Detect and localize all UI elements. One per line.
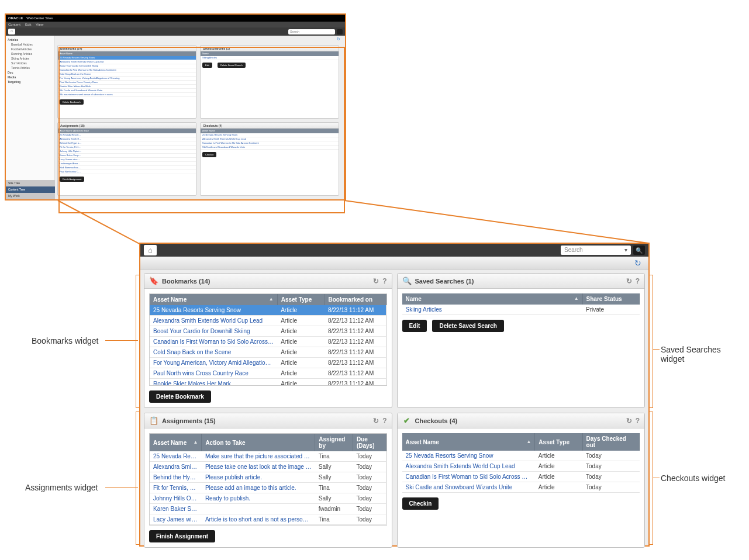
table-row[interactable]: Rookie Skier Makes Her MarkArticle8/22/1…	[150, 379, 386, 386]
search-input[interactable]: Search▾	[561, 246, 631, 255]
table-row[interactable]: Cold Snap Back on the SceneArticle8/22/1…	[150, 347, 386, 358]
tree-item[interactable]: Running Articles	[8, 51, 53, 56]
mini-row[interactable]: Paul North wins C…	[58, 170, 196, 174]
edit-button[interactable]: Edit	[402, 320, 427, 332]
mini-checkin[interactable]: Checkin	[202, 152, 216, 157]
col-days-checked[interactable]: Days Checked out	[582, 433, 639, 451]
cell[interactable]: 25 Nevada Resorts Serving Snow	[402, 451, 535, 461]
tree-articles[interactable]: Articles	[8, 37, 53, 42]
cell[interactable]: Ski Castle and Snowboard Wizards Unite	[402, 482, 535, 493]
cell[interactable]: Skiing Articles	[402, 305, 583, 315]
tree-item[interactable]: Surf Articles	[8, 61, 53, 65]
help-icon[interactable]: ?	[382, 417, 386, 425]
chevron-down-icon[interactable]: ▾	[624, 246, 627, 254]
cell[interactable]: 25 Nevada Resorts Serving Snow	[150, 305, 277, 316]
table-row[interactable]: Lindemeyer Anno…Please review and send t…	[150, 525, 386, 526]
col-name[interactable]: Name▲	[402, 293, 583, 305]
mini-edit[interactable]: Edit	[202, 63, 212, 68]
cell[interactable]: Article is too short and is not as perso…	[202, 514, 315, 525]
cell[interactable]: Karen Baker Susp…	[150, 504, 202, 514]
tree-item[interactable]: Football Articles	[8, 47, 53, 51]
mini-row[interactable]: Ski mountaineers seek sense of adventure…	[58, 93, 196, 97]
col-asset-name[interactable]: Asset Name▲	[150, 434, 202, 451]
col-action[interactable]: Action to Take	[202, 434, 315, 451]
mini-row[interactable]: Fit for Tennis, Fit f…	[58, 146, 196, 150]
table-row[interactable]: Fit for Tennis, Fit f…Please add an imag…	[150, 483, 386, 493]
table-row[interactable]: Alexandra Smith Extends World Cup LeadAr…	[402, 461, 640, 472]
refresh-icon[interactable]: ↻	[337, 37, 343, 43]
tree-item[interactable]: Tennis Articles	[8, 65, 53, 70]
delete-saved-search-button[interactable]: Delete Saved Search	[432, 320, 503, 332]
table-row[interactable]: Alexandra Smith Extends World Cup LeadAr…	[150, 316, 386, 326]
thumb-search-input[interactable]: Search	[288, 29, 335, 34]
cell[interactable]: Please add an image to this article.	[202, 483, 315, 493]
mini-row[interactable]: Rookie Skier Makes Her Mark	[58, 85, 196, 89]
col-share-status[interactable]: Share Status	[582, 293, 639, 305]
mini-row[interactable]: 25 Nevada Resorts Serving Snow	[58, 56, 196, 60]
table-row[interactable]: 25 Nevada Resort…Make sure that the pict…	[150, 451, 386, 462]
cell[interactable]: Canadian Is First Woman to Ski Solo Acro…	[402, 472, 535, 482]
cell[interactable]: Behind the Hype o…	[150, 472, 202, 483]
help-icon[interactable]: ?	[636, 417, 640, 425]
menu-view[interactable]: View	[36, 23, 43, 26]
cell[interactable]: Make sure that the picture associated wi…	[202, 451, 315, 462]
mini-row[interactable]: Lacy James wins …	[58, 158, 196, 162]
mini-row[interactable]: Lindemeyer Anno…	[58, 162, 196, 166]
mini-row[interactable]: Johnny Hills Optmi…	[58, 150, 196, 154]
help-icon[interactable]: ?	[382, 277, 386, 285]
mini-row[interactable]: Alexandra Smith Extends World Cup Lead	[58, 60, 196, 64]
table-row[interactable]: Skiing ArticlesPrivate	[402, 305, 640, 315]
mini-row[interactable]: Nick Brennan frac…	[58, 166, 196, 170]
refresh-icon[interactable]: ↻	[373, 417, 379, 425]
menu-content[interactable]: Content	[8, 23, 20, 26]
cell[interactable]: Johnny Hills Optmi…	[150, 493, 202, 504]
cell[interactable]: Boost Your Cardio for Downhill Skiing	[150, 326, 277, 337]
tab-my-work[interactable]: My Work	[6, 193, 55, 199]
mini-row[interactable]: Ski Castle and Snowboard Wizards Unite	[58, 89, 196, 93]
cell[interactable]: Paul North wins Cross Country Race	[150, 368, 277, 379]
cell[interactable]: Fit for Tennis, Fit f…	[150, 483, 202, 493]
checkin-button[interactable]: Checkin	[402, 497, 439, 510]
table-row[interactable]: Canadian Is First Woman to Ski Solo Acro…	[402, 472, 640, 482]
mini-finish[interactable]: Finish Assignment	[60, 177, 84, 182]
cell[interactable]: Alexandra Smith E…	[150, 462, 202, 472]
home-button[interactable]: ⌂	[144, 245, 157, 255]
cell[interactable]: Lindemeyer Anno…	[150, 525, 202, 526]
table-row[interactable]: 25 Nevada Resorts Serving SnowArticleTod…	[402, 451, 640, 461]
mini-row[interactable]: Boost Your Cardio for Downhill Skiing	[58, 64, 196, 68]
mini-row[interactable]: Cold Snap Back on the Scene	[58, 72, 196, 77]
home-icon[interactable]: ⌂	[8, 29, 15, 34]
mini-row[interactable]: 25 Nevada Resort…	[58, 133, 196, 137]
table-row[interactable]: For Young American, Victory Amid Allegat…	[150, 358, 386, 368]
delete-bookmark-button[interactable]: Delete Bookmark	[149, 390, 211, 403]
cell[interactable]	[202, 504, 315, 514]
cell[interactable]: Rookie Skier Makes Her Mark	[150, 379, 277, 386]
mini-row[interactable]: Canadian Is First Woman to Ski Solo Acro…	[58, 68, 196, 72]
table-row[interactable]: Boost Your Cardio for Downhill SkiingArt…	[150, 326, 386, 337]
mini-row[interactable]: Alexandra Smith Extends World Cup Lead	[201, 137, 339, 141]
cell[interactable]: Please review and send to Editor for pub…	[202, 525, 315, 526]
mini-row[interactable]: Canadian Is First Woman to Ski Solo Acro…	[201, 141, 339, 146]
mini-delete-saved[interactable]: Delete Saved Search	[218, 63, 246, 68]
col-asset-name[interactable]: Asset Name▲	[402, 433, 535, 451]
col-asset-name[interactable]: Asset Name▲	[150, 294, 277, 305]
table-row[interactable]: Canadian Is First Woman to Ski Solo Acro…	[150, 337, 386, 347]
cell[interactable]: Ready to publish.	[202, 493, 315, 504]
cell[interactable]: For Young American, Victory Amid Allegat…	[150, 358, 277, 368]
cell[interactable]: 25 Nevada Resort…	[150, 451, 202, 462]
mini-row[interactable]: 25 Nevada Resorts Serving Snow	[201, 133, 339, 137]
mini-row[interactable]: Behind the Hype o…	[58, 141, 196, 146]
table-row[interactable]: Karen Baker Susp…fwadminToday	[150, 504, 386, 514]
tree-doc[interactable]: Doc	[8, 70, 53, 75]
cell[interactable]: Please publish article.	[202, 472, 315, 483]
tree-item[interactable]: Baseball Articles	[8, 42, 53, 47]
col-assigned-by[interactable]: Assigned by	[315, 434, 353, 451]
table-row[interactable]: Alexandra Smith E…Please take one last l…	[150, 462, 386, 472]
mini-row[interactable]: Alexandra Smith E…	[58, 137, 196, 141]
table-row[interactable]: 25 Nevada Resorts Serving SnowArticle8/2…	[150, 305, 386, 316]
mini-row[interactable]: Karen Baker Susp…	[58, 154, 196, 158]
mini-delete-bookmark[interactable]: Delete Bookmark	[60, 99, 84, 105]
finish-assignment-button[interactable]: Finish Assignment	[149, 530, 215, 542]
menu-edit[interactable]: Edit	[25, 23, 31, 26]
col-bookmarked-on[interactable]: Bookmarked on	[325, 294, 386, 305]
